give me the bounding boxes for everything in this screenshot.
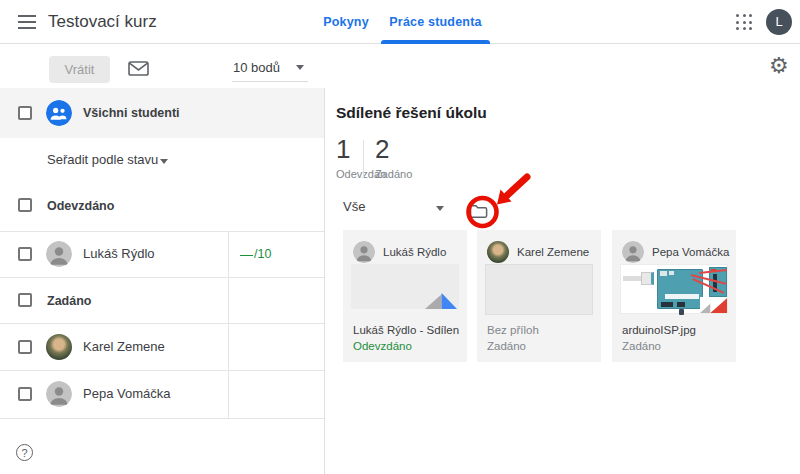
attachment-title[interactable]: arduinoISP.jpg	[622, 324, 728, 336]
people-icon	[46, 100, 72, 126]
avatar	[46, 334, 72, 360]
menu-icon[interactable]	[18, 15, 36, 29]
person-avatar-icon	[46, 241, 72, 267]
chevron-down-icon[interactable]	[436, 206, 444, 211]
email-icon[interactable]	[128, 61, 149, 76]
red-arrow-annotation	[507, 177, 527, 196]
account-avatar[interactable]: L	[766, 9, 792, 35]
all-students-row[interactable]: Všichni studenti	[0, 88, 324, 138]
folder-icon[interactable]	[467, 201, 491, 222]
status-badge: Odevzdáno	[353, 340, 412, 352]
tab-pokyny[interactable]: Pokyny	[310, 0, 382, 44]
points-dropdown[interactable]: 10 bodů	[233, 60, 280, 75]
student-name: Lukáš Rýdlo	[83, 231, 155, 277]
attachment-thumbnail	[485, 264, 593, 315]
status-badge: Zadáno	[622, 340, 661, 352]
section-odevzdano-checkbox[interactable]	[18, 198, 32, 212]
students-sidebar: Všichni studenti Seřadit podle stavu Ode…	[0, 88, 325, 474]
grade-cell[interactable]: /10	[240, 231, 271, 277]
attachment-title[interactable]: Lukáš Rýdlo - Sdílené …	[353, 324, 459, 336]
student-checkbox[interactable]	[18, 340, 32, 354]
stat-assigned-label: Zadáno	[375, 168, 412, 180]
student-work-card[interactable]: Lukáš Rýdlo Lukáš Rýdlo - Sdílené … Odev…	[343, 230, 467, 362]
card-student-name: Karel Zemene	[517, 246, 589, 258]
divider	[0, 418, 324, 419]
page-title: Sdílené řešení úkolu	[336, 104, 487, 122]
image-fold-icon	[700, 297, 727, 313]
active-tab-indicator	[381, 40, 490, 44]
tab-prace-studenta[interactable]: Práce studenta	[381, 0, 490, 44]
gear-icon[interactable]: ⚙	[769, 55, 789, 77]
divider	[0, 277, 324, 278]
attachment-thumbnail[interactable]	[351, 264, 459, 309]
section-header-odevzdano: Odevzdáno	[47, 199, 114, 213]
avatar	[487, 241, 509, 263]
student-name: Karel Zemene	[83, 323, 165, 370]
section-header-zadano: Zadáno	[47, 294, 91, 308]
all-students-label: Všichni studenti	[83, 88, 180, 138]
attachment-title: Bez příloh	[487, 324, 593, 336]
student-work-card[interactable]: Karel Zemene Bez příloh Zadáno	[477, 230, 601, 362]
help-icon[interactable]: ?	[16, 444, 33, 461]
section-zadano-checkbox[interactable]	[18, 293, 32, 307]
red-annotation-group	[450, 164, 550, 234]
chevron-down-icon[interactable]	[160, 159, 168, 164]
person-avatar-icon	[353, 241, 375, 263]
sort-dropdown[interactable]: Seřadit podle stavu	[47, 152, 158, 167]
return-button[interactable]: Vrátit	[49, 56, 110, 83]
course-title: Testovací kurz	[48, 0, 157, 44]
stat-assigned-value[interactable]: 2	[375, 134, 389, 165]
student-work-card[interactable]: Pepa Vomáčka arduinoISP.jpg Zadáno	[612, 230, 736, 362]
doc-fold-icon	[425, 293, 457, 309]
student-checkbox[interactable]	[18, 387, 32, 401]
card-student-name: Lukáš Rýdlo	[383, 246, 446, 258]
apps-grid-icon[interactable]	[736, 14, 753, 31]
person-avatar-icon	[46, 381, 72, 407]
divider	[0, 231, 324, 232]
card-student-name: Pepa Vomáčka	[652, 246, 729, 258]
student-checkbox[interactable]	[18, 247, 32, 261]
divider	[363, 140, 364, 178]
filter-dropdown[interactable]: Vše	[343, 199, 365, 214]
top-app-bar: Testovací kurz Pokyny Práce studenta L	[0, 0, 800, 44]
points-underline	[232, 81, 308, 82]
chevron-down-icon[interactable]	[296, 65, 304, 70]
grade-column-divider	[228, 231, 229, 418]
person-avatar-icon	[622, 241, 644, 263]
attachment-thumbnail[interactable]	[620, 264, 728, 314]
all-students-checkbox[interactable]	[18, 106, 32, 120]
status-badge: Zadáno	[487, 340, 526, 352]
student-name: Pepa Vomáčka	[83, 370, 170, 418]
stat-submitted-value[interactable]: 1	[336, 134, 350, 165]
